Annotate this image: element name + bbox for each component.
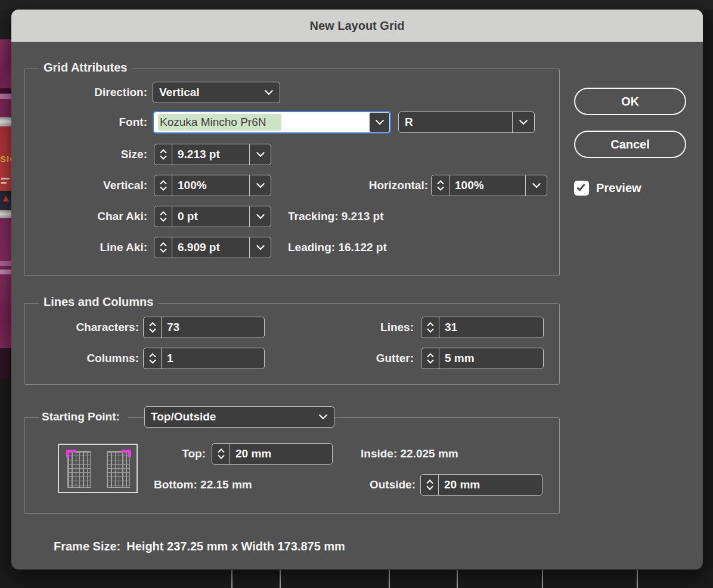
art-segment [0,10,12,39]
char-aki-input[interactable] [172,206,249,227]
leading-readout: Leading: 16.122 pt [288,237,387,258]
stepper-down-icon [149,326,156,333]
vertical-dropdown-button[interactable] [249,175,271,196]
font-family-dropdown-button[interactable] [369,112,390,132]
gutter-input[interactable] [439,348,543,369]
top-margin-label: Top: [148,443,206,465]
art-segment [0,39,12,88]
art-segment [0,218,12,261]
poster-art: SIG [0,126,12,191]
characters-stepper[interactable] [144,317,162,338]
page-guide-line [542,570,543,588]
lines-control [421,317,544,338]
bottom-margin-readout: Bottom: 22.15 mm [154,474,252,496]
characters-label: Characters: [35,317,139,338]
preview-label: Preview [596,181,641,196]
art-segment [0,261,12,266]
page-guide-line [280,570,281,588]
size-input[interactable] [172,144,249,165]
spread-preview-thumbnail [58,444,138,493]
stepper-down-icon [160,246,166,253]
chevron-down-icon [312,407,334,427]
outside-margin-input[interactable] [439,475,542,495]
starting-point-select[interactable]: Top/Outside [144,406,334,428]
vertical-stepper[interactable] [154,175,172,196]
poster-text: SIG [0,154,12,164]
art-segment [0,99,12,117]
size-dropdown-button[interactable] [249,144,271,165]
page-guide-line [457,570,458,588]
art-segment [0,378,12,588]
horizontal-scale-control [431,175,547,196]
art-segment [0,274,12,348]
font-label: Font: [35,112,147,133]
frame-size-value: Height 237.25 mm x Width 173.875 mm [126,540,345,553]
horizontal-scale-input[interactable] [450,175,525,196]
line-aki-input[interactable] [172,237,249,258]
screen: SIG New Layout Grid Grid Attributes Dire… [0,0,713,588]
char-aki-dropdown-button[interactable] [249,206,271,227]
char-aki-control [154,206,271,227]
dialog-titlebar[interactable]: New Layout Grid [11,10,703,42]
char-aki-stepper[interactable] [154,206,172,227]
art-segment [0,270,12,274]
grid-attributes-legend: Grid Attributes [39,61,132,75]
ok-button[interactable]: OK [574,88,686,115]
columns-control [143,348,265,369]
font-style-select[interactable]: R [398,112,535,133]
direction-label: Direction: [35,82,147,103]
size-stepper[interactable] [154,144,172,165]
frame-size-readout: Frame Size:Height 237.25 mm x Width 173.… [54,540,345,553]
grid-start-marker-icon [122,450,131,457]
font-family-input[interactable]: Kozuka Mincho Pr6N [154,112,369,132]
lines-stepper[interactable] [421,317,439,338]
chevron-down-icon [256,242,264,250]
characters-control [143,317,265,338]
line-aki-dropdown-button[interactable] [249,237,271,258]
stepper-down-icon [160,153,166,160]
poster-fineprint [1,182,7,184]
chevron-down-icon [258,82,280,103]
frame-size-label: Frame Size: [54,540,120,553]
tracking-readout: Tracking: 9.213 pt [288,206,384,227]
vertical-scale-input[interactable] [172,175,249,196]
starting-point-value: Top/Outside [145,410,216,423]
chevron-down-icon [256,148,264,157]
grid-start-marker-icon [66,450,76,457]
stepper-down-icon [437,184,444,191]
art-segment [0,94,12,99]
chevron-down-icon [513,112,534,132]
vertical-label: Vertical: [35,175,147,196]
columns-label: Columns: [35,348,139,369]
line-aki-stepper[interactable] [154,237,172,258]
stepper-down-icon [149,357,156,364]
lines-label: Lines: [309,317,414,338]
page-guide-line [389,570,390,588]
horizontal-stepper[interactable] [432,175,450,196]
checkmark-icon [576,182,585,191]
char-aki-label: Char Aki: [35,206,147,227]
columns-input[interactable] [162,348,264,369]
lines-input[interactable] [439,317,543,338]
preview-checkbox[interactable] [574,181,589,196]
gutter-control [421,348,544,369]
left-page-grid-icon [67,451,91,488]
inside-margin-readout: Inside: 22.025 mm [361,443,458,465]
outside-margin-stepper[interactable] [421,475,439,495]
cancel-button[interactable]: Cancel [574,131,686,158]
top-margin-input[interactable] [230,444,332,464]
direction-select[interactable]: Vertical [153,82,280,103]
starting-point-label: Starting Point: [39,406,128,428]
characters-input[interactable] [162,317,264,338]
top-margin-stepper[interactable] [212,444,230,464]
font-family-combobox[interactable]: Kozuka Mincho Pr6N [153,111,391,134]
app-background-top [0,0,713,10]
line-aki-label: Line Aki: [35,237,147,258]
chevron-down-icon [256,211,264,219]
gutter-stepper[interactable] [421,348,439,369]
chevron-down-icon [532,180,540,188]
document-edge-art: SIG [0,10,12,588]
columns-stepper[interactable] [144,348,162,369]
right-page-grid-icon [107,451,130,488]
horizontal-dropdown-button[interactable] [525,175,547,196]
